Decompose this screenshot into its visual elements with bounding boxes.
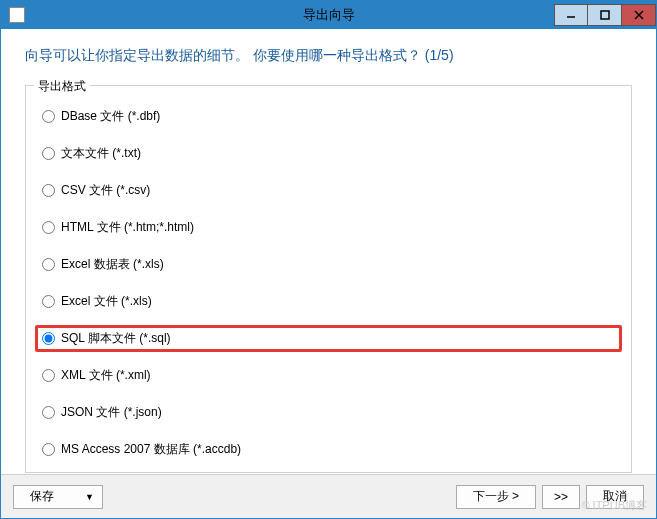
format-radio[interactable] <box>42 110 55 123</box>
format-option[interactable]: CSV 文件 (*.csv) <box>38 180 619 201</box>
window-controls <box>554 5 656 26</box>
format-label[interactable]: HTML 文件 (*.htm;*.html) <box>61 219 194 236</box>
format-radio[interactable] <box>42 443 55 456</box>
format-option[interactable]: Excel 数据表 (*.xls) <box>38 254 619 275</box>
maximize-button[interactable] <box>588 4 622 26</box>
format-label[interactable]: SQL 脚本文件 (*.sql) <box>61 330 171 347</box>
format-label[interactable]: Excel 文件 (*.xls) <box>61 293 152 310</box>
format-radio[interactable] <box>42 369 55 382</box>
close-icon <box>634 10 644 20</box>
window-title: 导出向导 <box>303 6 355 24</box>
minimize-icon <box>566 10 576 20</box>
wizard-prompt: 向导可以让你指定导出数据的细节。 你要使用哪一种导出格式？ (1/5) <box>25 47 454 63</box>
chevron-down-icon: ▼ <box>85 492 94 502</box>
svg-rect-1 <box>601 11 609 19</box>
format-label[interactable]: Excel 数据表 (*.xls) <box>61 256 164 273</box>
format-label[interactable]: 文本文件 (*.txt) <box>61 145 141 162</box>
wizard-content: 导出格式 DBase 文件 (*.dbf)文本文件 (*.txt)CSV 文件 … <box>1 77 656 474</box>
format-label[interactable]: JSON 文件 (*.json) <box>61 404 162 421</box>
group-legend: 导出格式 <box>34 78 90 95</box>
format-radio[interactable] <box>42 221 55 234</box>
save-label: 保存 <box>30 488 54 505</box>
format-option[interactable]: XML 文件 (*.xml) <box>38 365 619 386</box>
format-option[interactable]: 文本文件 (*.txt) <box>38 143 619 164</box>
app-icon <box>9 7 25 23</box>
export-wizard-window: 导出向导 向导可以让你指定导出数据的细节。 你要使用哪一种导出格式？ (1/5)… <box>0 0 657 519</box>
format-label[interactable]: XML 文件 (*.xml) <box>61 367 151 384</box>
wizard-header: 向导可以让你指定导出数据的细节。 你要使用哪一种导出格式？ (1/5) <box>1 29 656 77</box>
format-radio[interactable] <box>42 295 55 308</box>
format-option[interactable]: SQL 脚本文件 (*.sql) <box>35 325 622 352</box>
wizard-footer: 保存 ▼ 下一步 > >> 取消 <box>1 474 656 518</box>
save-button[interactable]: 保存 ▼ <box>13 485 103 509</box>
format-radio[interactable] <box>42 184 55 197</box>
titlebar: 导出向导 <box>1 1 656 29</box>
next-button[interactable]: 下一步 > <box>456 485 536 509</box>
format-radio[interactable] <box>42 406 55 419</box>
format-option[interactable]: MS Access 2007 数据库 (*.accdb) <box>38 439 619 460</box>
format-option[interactable]: JSON 文件 (*.json) <box>38 402 619 423</box>
skip-button[interactable]: >> <box>542 485 580 509</box>
format-label[interactable]: MS Access 2007 数据库 (*.accdb) <box>61 441 241 458</box>
format-label[interactable]: DBase 文件 (*.dbf) <box>61 108 160 125</box>
format-option[interactable]: DBase 文件 (*.dbf) <box>38 106 619 127</box>
minimize-button[interactable] <box>554 4 588 26</box>
format-radio-list: DBase 文件 (*.dbf)文本文件 (*.txt)CSV 文件 (*.cs… <box>38 106 619 460</box>
format-radio[interactable] <box>42 332 55 345</box>
maximize-icon <box>600 10 610 20</box>
cancel-button[interactable]: 取消 <box>586 485 644 509</box>
format-radio[interactable] <box>42 258 55 271</box>
export-format-group: 导出格式 DBase 文件 (*.dbf)文本文件 (*.txt)CSV 文件 … <box>25 85 632 473</box>
format-option[interactable]: HTML 文件 (*.htm;*.html) <box>38 217 619 238</box>
format-label[interactable]: CSV 文件 (*.csv) <box>61 182 150 199</box>
format-option[interactable]: Excel 文件 (*.xls) <box>38 291 619 312</box>
format-radio[interactable] <box>42 147 55 160</box>
close-button[interactable] <box>622 4 656 26</box>
